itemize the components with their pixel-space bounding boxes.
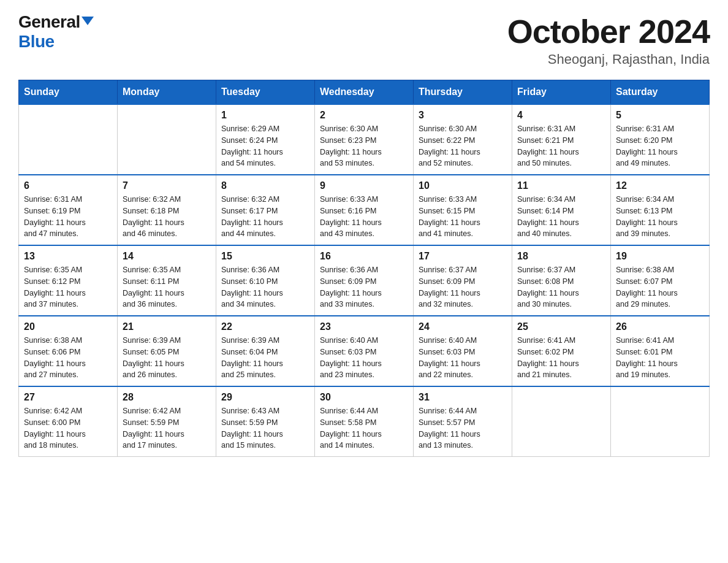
day-info: Sunrise: 6:34 AM Sunset: 6:13 PM Dayligh… [616,194,704,240]
calendar-table: Sunday Monday Tuesday Wednesday Thursday… [18,80,710,457]
day-info: Sunrise: 6:44 AM Sunset: 5:58 PM Dayligh… [320,405,408,451]
day-info: Sunrise: 6:36 AM Sunset: 6:09 PM Dayligh… [320,264,408,310]
day-info: Sunrise: 6:40 AM Sunset: 6:03 PM Dayligh… [320,335,408,381]
col-monday: Monday [118,80,216,105]
day-info: Sunrise: 6:42 AM Sunset: 6:00 PM Dayligh… [24,405,112,451]
day-number: 22 [221,321,309,332]
day-number: 4 [517,110,605,121]
day-number: 10 [419,180,507,191]
day-number: 6 [24,180,112,191]
day-number: 1 [221,110,309,121]
col-sunday: Sunday [19,80,118,105]
day-info: Sunrise: 6:35 AM Sunset: 6:12 PM Dayligh… [24,264,112,310]
day-info: Sunrise: 6:30 AM Sunset: 6:23 PM Dayligh… [320,123,408,169]
calendar-week-row: 27Sunrise: 6:42 AM Sunset: 6:00 PM Dayli… [19,386,710,457]
day-number: 14 [123,251,211,262]
day-number: 20 [24,321,112,332]
col-thursday: Thursday [414,80,512,105]
logo-triangle-icon [82,17,94,25]
day-number: 23 [320,321,408,332]
day-info: Sunrise: 6:37 AM Sunset: 6:09 PM Dayligh… [419,264,507,310]
day-number: 9 [320,180,408,191]
col-friday: Friday [512,80,611,105]
day-number: 28 [123,392,211,403]
table-row: 29Sunrise: 6:43 AM Sunset: 5:59 PM Dayli… [216,386,315,457]
day-info: Sunrise: 6:30 AM Sunset: 6:22 PM Dayligh… [419,123,507,169]
col-tuesday: Tuesday [216,80,315,105]
table-row [118,104,216,175]
logo-general-text: General [18,12,80,32]
table-row: 2Sunrise: 6:30 AM Sunset: 6:23 PM Daylig… [315,104,414,175]
table-row: 30Sunrise: 6:44 AM Sunset: 5:58 PM Dayli… [315,386,414,457]
day-number: 18 [517,251,605,262]
day-info: Sunrise: 6:44 AM Sunset: 5:57 PM Dayligh… [419,405,507,451]
day-number: 7 [123,180,211,191]
logo: General Blue [18,12,94,52]
table-row: 26Sunrise: 6:41 AM Sunset: 6:01 PM Dayli… [611,316,710,386]
day-info: Sunrise: 6:43 AM Sunset: 5:59 PM Dayligh… [221,405,309,451]
col-wednesday: Wednesday [315,80,414,105]
day-number: 13 [24,251,112,262]
table-row: 31Sunrise: 6:44 AM Sunset: 5:57 PM Dayli… [414,386,512,457]
table-row: 20Sunrise: 6:38 AM Sunset: 6:06 PM Dayli… [19,316,118,386]
day-number: 29 [221,392,309,403]
logo-blue-text: Blue [18,32,55,51]
calendar-location: Sheoganj, Rajasthan, India [507,52,710,67]
day-info: Sunrise: 6:31 AM Sunset: 6:20 PM Dayligh… [616,123,704,169]
table-row: 6Sunrise: 6:31 AM Sunset: 6:19 PM Daylig… [19,175,118,245]
table-row: 5Sunrise: 6:31 AM Sunset: 6:20 PM Daylig… [611,104,710,175]
day-info: Sunrise: 6:36 AM Sunset: 6:10 PM Dayligh… [221,264,309,310]
day-info: Sunrise: 6:39 AM Sunset: 6:04 PM Dayligh… [221,335,309,381]
day-number: 26 [616,321,704,332]
day-info: Sunrise: 6:33 AM Sunset: 6:16 PM Dayligh… [320,194,408,240]
day-info: Sunrise: 6:40 AM Sunset: 6:03 PM Dayligh… [419,335,507,381]
day-info: Sunrise: 6:31 AM Sunset: 6:21 PM Dayligh… [517,123,605,169]
table-row [19,104,118,175]
table-row: 7Sunrise: 6:32 AM Sunset: 6:18 PM Daylig… [118,175,216,245]
day-number: 24 [419,321,507,332]
table-row: 16Sunrise: 6:36 AM Sunset: 6:09 PM Dayli… [315,245,414,316]
day-info: Sunrise: 6:37 AM Sunset: 6:08 PM Dayligh… [517,264,605,310]
table-row: 1Sunrise: 6:29 AM Sunset: 6:24 PM Daylig… [216,104,315,175]
day-info: Sunrise: 6:41 AM Sunset: 6:01 PM Dayligh… [616,335,704,381]
day-number: 15 [221,251,309,262]
table-row: 24Sunrise: 6:40 AM Sunset: 6:03 PM Dayli… [414,316,512,386]
day-number: 27 [24,392,112,403]
day-info: Sunrise: 6:39 AM Sunset: 6:05 PM Dayligh… [123,335,211,381]
table-row: 11Sunrise: 6:34 AM Sunset: 6:14 PM Dayli… [512,175,611,245]
table-row: 9Sunrise: 6:33 AM Sunset: 6:16 PM Daylig… [315,175,414,245]
day-info: Sunrise: 6:38 AM Sunset: 6:06 PM Dayligh… [24,335,112,381]
table-row: 19Sunrise: 6:38 AM Sunset: 6:07 PM Dayli… [611,245,710,316]
table-row: 18Sunrise: 6:37 AM Sunset: 6:08 PM Dayli… [512,245,611,316]
day-info: Sunrise: 6:33 AM Sunset: 6:15 PM Dayligh… [419,194,507,240]
table-row [512,386,611,457]
day-number: 2 [320,110,408,121]
table-row: 12Sunrise: 6:34 AM Sunset: 6:13 PM Dayli… [611,175,710,245]
day-info: Sunrise: 6:38 AM Sunset: 6:07 PM Dayligh… [616,264,704,310]
title-block: October 2024 Sheoganj, Rajasthan, India [507,12,710,67]
day-number: 5 [616,110,704,121]
page-header: General Blue October 2024 Sheoganj, Raja… [18,12,710,67]
day-info: Sunrise: 6:32 AM Sunset: 6:17 PM Dayligh… [221,194,309,240]
day-info: Sunrise: 6:34 AM Sunset: 6:14 PM Dayligh… [517,194,605,240]
day-info: Sunrise: 6:35 AM Sunset: 6:11 PM Dayligh… [123,264,211,310]
day-number: 8 [221,180,309,191]
col-saturday: Saturday [611,80,710,105]
day-number: 3 [419,110,507,121]
day-info: Sunrise: 6:32 AM Sunset: 6:18 PM Dayligh… [123,194,211,240]
table-row: 28Sunrise: 6:42 AM Sunset: 5:59 PM Dayli… [118,386,216,457]
day-info: Sunrise: 6:41 AM Sunset: 6:02 PM Dayligh… [517,335,605,381]
table-row: 22Sunrise: 6:39 AM Sunset: 6:04 PM Dayli… [216,316,315,386]
calendar-header-row: Sunday Monday Tuesday Wednesday Thursday… [19,80,710,105]
table-row [611,386,710,457]
table-row: 15Sunrise: 6:36 AM Sunset: 6:10 PM Dayli… [216,245,315,316]
table-row: 8Sunrise: 6:32 AM Sunset: 6:17 PM Daylig… [216,175,315,245]
day-info: Sunrise: 6:42 AM Sunset: 5:59 PM Dayligh… [123,405,211,451]
day-info: Sunrise: 6:31 AM Sunset: 6:19 PM Dayligh… [24,194,112,240]
table-row: 4Sunrise: 6:31 AM Sunset: 6:21 PM Daylig… [512,104,611,175]
calendar-week-row: 1Sunrise: 6:29 AM Sunset: 6:24 PM Daylig… [19,104,710,175]
table-row: 14Sunrise: 6:35 AM Sunset: 6:11 PM Dayli… [118,245,216,316]
calendar-week-row: 20Sunrise: 6:38 AM Sunset: 6:06 PM Dayli… [19,316,710,386]
day-number: 21 [123,321,211,332]
day-number: 17 [419,251,507,262]
